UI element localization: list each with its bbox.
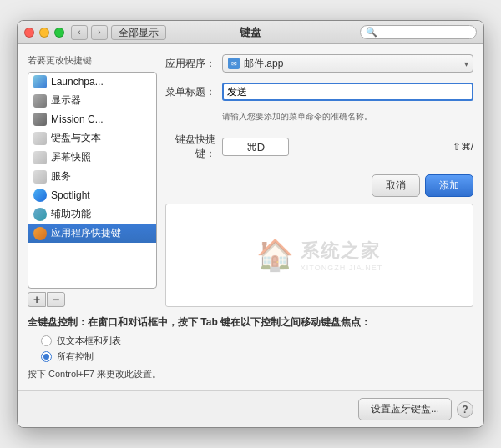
minimize-button[interactable]: [39, 28, 49, 38]
watermark-text: 系统之家: [301, 239, 382, 264]
sidebar-item-label-keyboard: 键盘与文本: [51, 131, 101, 145]
sidebar-item-label-screenshot: 屏幕快照: [51, 150, 91, 164]
shortcut-box[interactable]: ⌘D: [222, 138, 289, 156]
hint-text: 请输入您要添加的菜单命令的准确名称。: [222, 111, 473, 123]
assist-icon: [33, 208, 47, 221]
keyboard-window: ‹ › 全部显示 键盘 🔍 若要更改快捷键 Launchpa...显示器Miss…: [17, 20, 484, 428]
right-shortcut: ⇧⌘/: [453, 141, 473, 153]
watermark-house-icon: 🏠: [256, 238, 294, 273]
dialog-buttons: 取消 添加: [165, 174, 473, 197]
forward-button[interactable]: ›: [91, 25, 108, 40]
shortcut-row: 键盘快捷键： ⌘D ⇧⌘/: [165, 133, 473, 161]
nav-controls: ‹ › 全部显示: [71, 25, 166, 40]
sidebar-item-appkeys[interactable]: 应用程序快捷键: [28, 224, 156, 243]
app-selector[interactable]: ✉ 邮件.app ▾: [222, 54, 473, 73]
close-button[interactable]: [24, 28, 34, 38]
sidebar-item-label-mission: Mission C...: [51, 113, 104, 125]
content-pane: 🏠 系统之家 XITONGZHIJIA.NET: [165, 204, 473, 307]
launchpad-icon: [33, 75, 47, 88]
sidebar-item-mission[interactable]: Mission C...: [28, 110, 156, 128]
watermark-url: XITONGZHIJIA.NET: [301, 264, 382, 272]
spotlight-icon: [33, 189, 47, 202]
help-button[interactable]: ?: [457, 401, 473, 418]
chevron-down-icon: ▾: [464, 59, 468, 68]
display-icon: [33, 94, 47, 108]
right-panel: 应用程序： ✉ 邮件.app ▾ 菜单标题： 请输入您要添加的菜单命令的准确名称…: [165, 54, 473, 307]
service-icon: [33, 170, 47, 184]
cancel-button[interactable]: 取消: [372, 174, 420, 197]
bottom-section: 全键盘控制：在窗口和对话框中，按下 Tab 键在以下控制之间移动键盘焦点： 仅文…: [28, 315, 473, 380]
sidebar-item-screenshot[interactable]: 屏幕快照: [28, 148, 156, 167]
sidebar-list[interactable]: Launchpa...显示器Mission C...键盘与文本屏幕快照服务Spo…: [28, 72, 157, 289]
search-input[interactable]: [380, 28, 471, 38]
menu-title-row: 菜单标题：: [165, 83, 473, 101]
menu-label: 菜单标题：: [165, 85, 215, 99]
watermark: 🏠 系统之家 XITONGZHIJIA.NET: [256, 238, 382, 273]
radio-group: 仅文本框和列表 所有控制: [41, 335, 473, 363]
sidebar-item-label-appkeys: 应用程序快捷键: [51, 226, 121, 240]
sidebar-item-service[interactable]: 服务: [28, 167, 156, 186]
bluetooth-keyboard-button[interactable]: 设置蓝牙键盘...: [358, 398, 452, 420]
sidebar-item-launchpad[interactable]: Launchpa...: [28, 73, 156, 91]
app-value: 邮件.app: [244, 57, 283, 71]
mail-icon: ✉: [228, 58, 240, 69]
keyboard-control-label: 全键盘控制：在窗口和对话框中，按下 Tab 键在以下控制之间移动键盘焦点：: [28, 315, 473, 330]
sidebar-item-spotlight[interactable]: Spotlight: [28, 186, 156, 204]
sidebar: 若要更改快捷键 Launchpa...显示器Mission C...键盘与文本屏…: [28, 54, 157, 307]
search-box[interactable]: 🔍: [360, 25, 477, 39]
main-area: 若要更改快捷键 Launchpa...显示器Mission C...键盘与文本屏…: [28, 54, 473, 307]
radio-all-controls[interactable]: 所有控制: [41, 350, 473, 363]
app-label: 应用程序：: [165, 57, 215, 71]
radio-text-label: 仅文本框和列表: [57, 335, 121, 347]
sidebar-item-keyboard[interactable]: 键盘与文本: [28, 128, 156, 148]
sidebar-item-label-service: 服务: [51, 169, 71, 184]
remove-item-button[interactable]: −: [47, 292, 65, 307]
sidebar-item-label-launchpad: Launchpa...: [51, 76, 104, 88]
add-remove-controls: + −: [28, 292, 157, 307]
appkeys-icon: [33, 227, 47, 240]
bottom-footer: 按下 Control+F7 来更改此设置。: [28, 368, 473, 380]
sidebar-item-display[interactable]: 显示器: [28, 91, 156, 110]
titlebar: ‹ › 全部显示 键盘 🔍: [18, 21, 483, 44]
screenshot-icon: [33, 151, 47, 164]
sidebar-item-assist[interactable]: 辅助功能: [28, 204, 156, 224]
radio-circle-text: [41, 335, 52, 346]
radio-circle-all: [41, 351, 52, 362]
window-footer: 设置蓝牙键盘... ?: [18, 390, 483, 427]
keyboard-icon: [33, 132, 47, 145]
app-row: 应用程序： ✉ 邮件.app ▾: [165, 54, 473, 73]
content-area: 若要更改快捷键 Launchpa...显示器Mission C...键盘与文本屏…: [18, 44, 483, 390]
add-button[interactable]: 添加: [425, 174, 473, 197]
sidebar-item-label-spotlight: Spotlight: [51, 189, 90, 201]
sidebar-item-label-assist: 辅助功能: [51, 207, 91, 221]
sidebar-label: 若要更改快捷键: [28, 54, 157, 67]
search-icon: 🔍: [366, 27, 377, 38]
radio-text-only[interactable]: 仅文本框和列表: [41, 335, 473, 347]
menu-input[interactable]: [222, 83, 473, 101]
shortcut-label: 键盘快捷键：: [165, 133, 215, 161]
traffic-lights: [24, 28, 64, 38]
radio-all-label: 所有控制: [57, 350, 94, 363]
add-item-button[interactable]: +: [28, 292, 46, 307]
window-title: 键盘: [240, 25, 261, 40]
back-button[interactable]: ‹: [71, 25, 88, 40]
show-all-button[interactable]: 全部显示: [111, 25, 166, 40]
sidebar-item-label-display: 显示器: [51, 93, 81, 108]
mission-icon: [33, 113, 47, 126]
maximize-button[interactable]: [54, 28, 64, 38]
radio-dot: [43, 354, 49, 360]
